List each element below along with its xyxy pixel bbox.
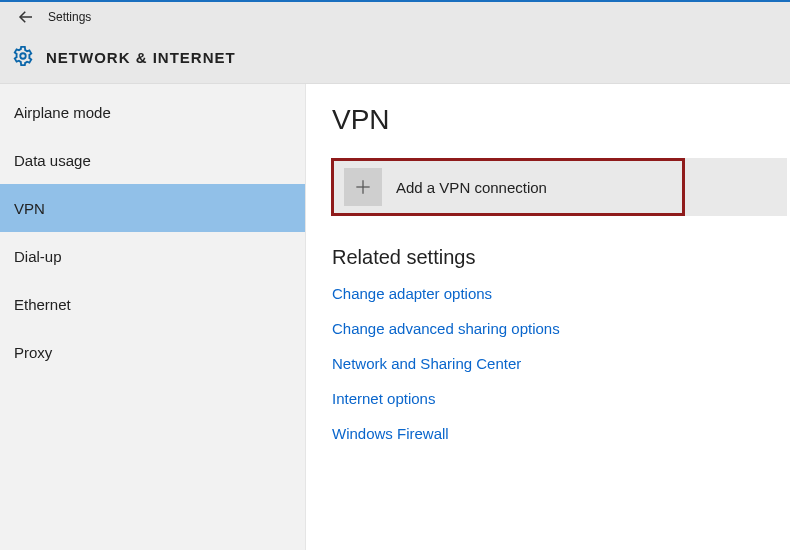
sidebar-item-proxy[interactable]: Proxy <box>0 328 305 376</box>
page-title: VPN <box>332 104 790 136</box>
sidebar-item-label: Airplane mode <box>14 104 111 121</box>
link-internet-options[interactable]: Internet options <box>332 390 435 407</box>
link-change-adapter-options[interactable]: Change adapter options <box>332 285 492 302</box>
category-header: NETWORK & INTERNET <box>0 32 790 84</box>
back-button[interactable] <box>8 2 44 32</box>
content-pane: VPN Add a VPN connection Related setting… <box>306 84 790 550</box>
link-change-advanced-sharing-options[interactable]: Change advanced sharing options <box>332 320 560 337</box>
link-network-and-sharing-center[interactable]: Network and Sharing Center <box>332 355 521 372</box>
sidebar-item-vpn[interactable]: VPN <box>0 184 305 232</box>
link-windows-firewall[interactable]: Windows Firewall <box>332 425 449 442</box>
back-arrow-icon <box>17 8 35 26</box>
sidebar-item-data-usage[interactable]: Data usage <box>0 136 305 184</box>
window-title: Settings <box>44 10 91 24</box>
sidebar: Airplane mode Data usage VPN Dial-up Eth… <box>0 84 306 550</box>
sidebar-item-label: Data usage <box>14 152 91 169</box>
plus-icon <box>344 168 382 206</box>
gear-icon <box>12 45 34 71</box>
sidebar-item-label: Proxy <box>14 344 52 361</box>
sidebar-item-label: VPN <box>14 200 45 217</box>
sidebar-item-airplane-mode[interactable]: Airplane mode <box>0 88 305 136</box>
add-vpn-button[interactable]: Add a VPN connection <box>331 158 685 216</box>
add-vpn-label: Add a VPN connection <box>396 179 547 196</box>
related-settings-title: Related settings <box>332 246 790 269</box>
sidebar-item-label: Dial-up <box>14 248 62 265</box>
svg-point-1 <box>20 53 26 59</box>
add-vpn-row-background: Add a VPN connection <box>331 158 787 216</box>
sidebar-item-ethernet[interactable]: Ethernet <box>0 280 305 328</box>
sidebar-item-dial-up[interactable]: Dial-up <box>0 232 305 280</box>
category-title: NETWORK & INTERNET <box>46 49 236 66</box>
sidebar-item-label: Ethernet <box>14 296 71 313</box>
title-bar: Settings <box>0 2 790 32</box>
